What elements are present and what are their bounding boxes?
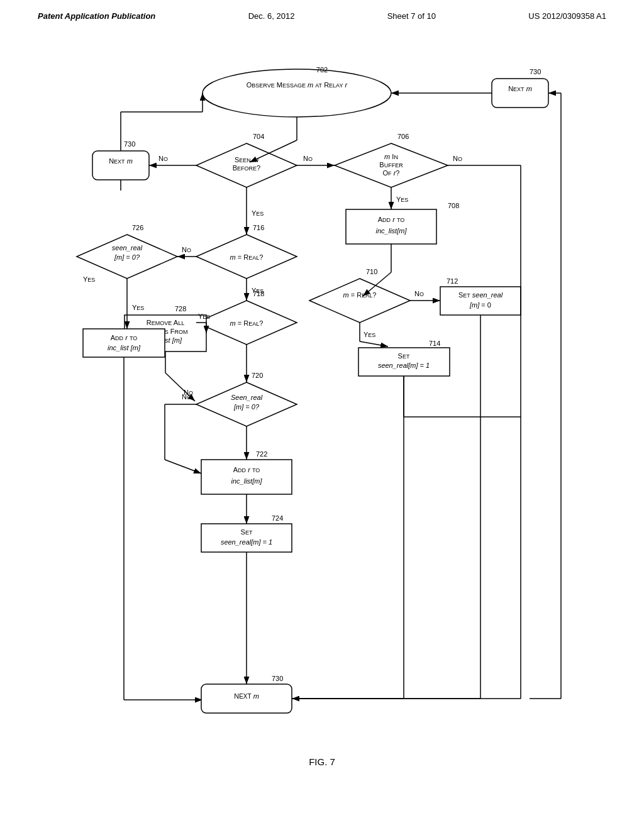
svg-text:[m] = 0?: [m] = 0? [233, 403, 260, 411]
svg-text:722: 722 [256, 450, 267, 458]
svg-text:YES: YES [252, 287, 264, 294]
header-center: Dec. 6, 2012 [248, 11, 295, 21]
svg-line-61 [360, 341, 388, 346]
svg-text:m IN: m IN [384, 153, 398, 160]
page-header: Patent Application Publication Dec. 6, 2… [0, 0, 644, 21]
svg-rect-4 [492, 79, 548, 108]
svg-text:714: 714 [429, 340, 440, 347]
svg-text:730: 730 [530, 68, 541, 75]
svg-text:Seen_real: Seen_real [231, 394, 263, 401]
svg-rect-85 [83, 329, 165, 357]
svg-text:[m] = 0?: [m] = 0? [114, 253, 140, 261]
svg-text:YES: YES [132, 304, 144, 311]
svg-text:inc_list[m]: inc_list[m] [376, 227, 408, 235]
svg-marker-34 [309, 279, 410, 323]
svg-text:m = REAL?: m = REAL? [343, 291, 377, 299]
svg-text:inc_list [m]: inc_list [m] [108, 344, 141, 351]
diagram-container: text { font-family: Arial, sans-serif; f… [52, 40, 592, 750]
svg-text:m = REAL?: m = REAL? [230, 253, 264, 261]
svg-text:SET: SET [241, 528, 253, 536]
svg-text:708: 708 [448, 202, 459, 209]
svg-text:YES: YES [83, 275, 95, 283]
svg-text:730: 730 [124, 140, 135, 148]
svg-text:[m] = 0: [m] = 0 [469, 301, 491, 309]
svg-text:YES: YES [364, 331, 375, 338]
svg-text:704: 704 [253, 133, 264, 140]
svg-text:724: 724 [272, 514, 283, 522]
svg-text:728: 728 [175, 305, 186, 313]
svg-text:NO: NO [414, 290, 424, 297]
svg-text:seen_real[m] = 1: seen_real[m] = 1 [378, 362, 430, 369]
svg-text:YES: YES [252, 209, 264, 217]
svg-text:702: 702 [316, 66, 328, 74]
header-left: Patent Application Publication [38, 11, 155, 21]
header-sheet: Sheet 7 of 10 [387, 11, 436, 21]
flowchart-svg: text { font-family: Arial, sans-serif; f… [52, 40, 592, 750]
svg-text:ADD r TO: ADD r TO [378, 216, 404, 223]
svg-text:BEFORE?: BEFORE? [233, 164, 260, 172]
svg-text:NO: NO [182, 246, 191, 253]
svg-text:NEXT m: NEXT m [508, 85, 532, 92]
svg-text:710: 710 [366, 268, 377, 275]
svg-text:730: 730 [272, 675, 283, 682]
svg-text:YES: YES [198, 313, 210, 320]
header-right: US 2012/0309358 A1 [528, 11, 606, 21]
svg-text:NO: NO [182, 393, 191, 401]
svg-text:NO: NO [453, 155, 462, 162]
svg-text:ADD r TO: ADD r TO [111, 334, 137, 341]
svg-text:YES: YES [396, 196, 408, 203]
svg-text:726: 726 [132, 224, 143, 231]
svg-text:m = REAL?: m = REAL? [230, 319, 264, 327]
svg-text:SET: SET [398, 352, 410, 360]
svg-text:SET seen_real: SET seen_real [458, 291, 503, 299]
svg-text:NO: NO [158, 155, 168, 162]
figure-label: FIG. 7 [0, 756, 644, 780]
svg-text:716: 716 [253, 224, 264, 231]
page: Patent Application Publication Dec. 6, 2… [0, 0, 644, 830]
svg-text:712: 712 [447, 277, 458, 285]
svg-rect-23 [92, 151, 149, 180]
svg-text:inc_list[m]: inc_list[m] [231, 477, 263, 485]
svg-text:OF r?: OF r? [383, 169, 400, 177]
svg-text:NEXT m: NEXT m [109, 157, 133, 165]
svg-text:REMOVE ALL: REMOVE ALL [147, 319, 184, 326]
svg-text:BUFFER: BUFFER [379, 161, 403, 169]
svg-text:706: 706 [397, 133, 409, 140]
svg-text:720: 720 [252, 372, 263, 379]
svg-text:OBSERVE MESSAGE m AT RELAY r: OBSERVE MESSAGE m AT RELAY r [247, 81, 348, 89]
svg-text:NO: NO [303, 155, 313, 162]
svg-text:seen_real[m] = 1: seen_real[m] = 1 [221, 538, 272, 546]
svg-text:NEXT m: NEXT m [234, 692, 259, 700]
svg-line-100 [165, 460, 201, 473]
svg-point-1 [203, 69, 391, 117]
svg-text:seen_real: seen_real [112, 244, 143, 252]
svg-text:ADD r TO: ADD r TO [233, 466, 260, 473]
